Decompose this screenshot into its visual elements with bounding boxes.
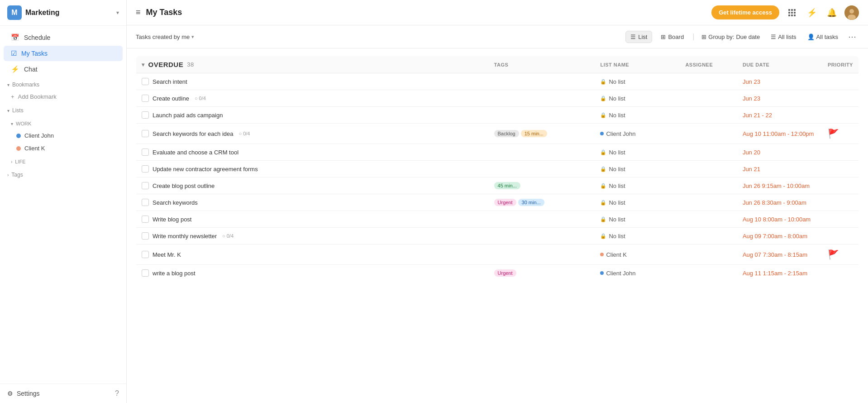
sidebar-item-chat[interactable]: ⚡ Chat: [4, 62, 123, 77]
sidebar-item-client-john[interactable]: Client John: [4, 130, 123, 142]
calendar-icon: 📅: [11, 34, 19, 42]
sidebar-item-label: Client K: [24, 145, 45, 152]
bell-icon[interactable]: 🔔: [825, 5, 839, 20]
user-avatar[interactable]: [844, 5, 859, 20]
task-checkbox[interactable]: [142, 269, 149, 277]
task-checkbox[interactable]: [142, 95, 149, 102]
task-table: ▾ Overdue 38 TAGS LIST NAME ASSIGNEE DUE…: [136, 56, 859, 282]
lists-section-header[interactable]: ▾ Lists: [0, 105, 126, 116]
list-icon: ☰: [630, 34, 636, 40]
work-section-header[interactable]: ▾ WORK: [0, 118, 126, 129]
sidebar-header[interactable]: M Marketing ▾: [0, 0, 126, 26]
due-date-value: Aug 11 1:15am - 2:15am: [743, 270, 807, 277]
chevron-down-icon: ▾: [7, 82, 10, 87]
settings-label: Settings: [17, 390, 40, 397]
tag-badge: 45 min...: [494, 182, 520, 189]
list-name-cell: 🔒No list: [595, 228, 680, 245]
all-lists-label: All lists: [778, 34, 796, 40]
task-name-label: Write blog post: [153, 216, 191, 223]
task-checkbox[interactable]: [142, 232, 149, 240]
header-right: Get lifetime access ⚡ 🔔: [711, 5, 859, 20]
add-bookmark-button[interactable]: + Add Bookmark: [0, 91, 126, 103]
sidebar-footer: ⚙ Settings ?: [0, 384, 126, 403]
priority-cell: [822, 194, 859, 211]
list-view-button[interactable]: ☰ List: [625, 31, 652, 43]
blue-dot-icon: [600, 271, 604, 275]
board-label: Board: [668, 34, 684, 40]
task-name-cell: Create outline ○ 0/4: [136, 90, 489, 107]
all-tasks-button[interactable]: 👤 All tasks: [804, 32, 842, 42]
lock-icon: 🔒: [600, 216, 606, 222]
tag-badge: Urgent: [494, 199, 516, 206]
svg-rect-7: [791, 14, 793, 16]
list-name-label: No list: [609, 233, 625, 240]
task-checkbox[interactable]: [142, 149, 149, 156]
workspace-logo: M: [7, 5, 22, 20]
tags-cell: Urgent30 min...: [489, 194, 595, 211]
list-name-label: No list: [609, 78, 625, 85]
life-section-header[interactable]: › LIFE: [0, 156, 126, 167]
pink-dot-icon: [16, 146, 21, 151]
section-chevron-icon[interactable]: ▾: [142, 62, 145, 68]
task-name-label: Create outline: [153, 95, 189, 102]
sidebar-item-my-tasks[interactable]: ☑ My Tasks: [4, 46, 123, 61]
apps-icon[interactable]: [785, 5, 799, 20]
due-date-value: Jun 23: [743, 78, 760, 85]
assignee-cell: [680, 90, 737, 107]
task-checkbox[interactable]: [142, 251, 149, 258]
hamburger-icon[interactable]: ≡: [136, 8, 141, 17]
due-date-value: Jun 26 9:15am - 10:00am: [743, 182, 810, 189]
due-date-value: Jun 23: [743, 95, 760, 102]
group-by-icon: ⊞: [701, 34, 706, 40]
svg-rect-4: [791, 12, 793, 14]
sidebar-item-client-k[interactable]: Client K: [4, 142, 123, 154]
list-name-label: No list: [609, 182, 625, 189]
svg-point-11: [848, 14, 856, 20]
task-checkbox[interactable]: [142, 182, 149, 189]
task-checkbox[interactable]: [142, 78, 149, 85]
task-checkbox[interactable]: [142, 165, 149, 173]
list-name-label: No list: [609, 166, 625, 173]
lock-icon: 🔒: [600, 233, 606, 239]
group-by-button[interactable]: ⊞ Group by: Due date: [698, 32, 763, 42]
tag-badge: 15 min...: [521, 130, 547, 137]
get-lifetime-access-button[interactable]: Get lifetime access: [711, 5, 779, 19]
list-name-cell: Client John: [595, 124, 680, 144]
section-count: 38: [187, 61, 194, 68]
assignee-cell: [680, 265, 737, 282]
tag-badge: Urgent: [494, 269, 516, 277]
due-date-value: Aug 10 11:00am - 12:00pm: [743, 130, 814, 137]
task-checkbox[interactable]: [142, 130, 149, 137]
svg-rect-2: [794, 9, 796, 11]
task-checkbox[interactable]: [142, 216, 149, 223]
help-icon[interactable]: ?: [115, 389, 119, 398]
tags-cell: [489, 161, 595, 178]
sidebar-item-schedule[interactable]: 📅 Schedule: [4, 30, 123, 45]
check-circle-icon: ○: [238, 131, 242, 136]
chevron-right-icon: ›: [7, 173, 9, 178]
table-row: Update new contractor agreement forms 🔒N…: [136, 161, 859, 178]
task-checkbox[interactable]: [142, 199, 149, 206]
more-options-button[interactable]: ⋯: [845, 30, 859, 43]
chevron-down-icon: ▾: [191, 34, 194, 40]
bolt-icon: ⚡: [11, 65, 19, 73]
tags-section-header[interactable]: › Tags: [0, 169, 126, 181]
settings-item[interactable]: ⚙ Settings: [7, 390, 40, 397]
due-date-value: Aug 09 7:00am - 8:00am: [743, 233, 807, 240]
blue-dot-icon: [600, 132, 604, 135]
table-row: Search intent 🔒No list Jun 23: [136, 73, 859, 90]
person-icon: 👤: [807, 34, 815, 40]
bolt-header-icon[interactable]: ⚡: [805, 5, 819, 20]
due-date-cell: Aug 11 1:15am - 2:15am: [737, 265, 822, 282]
list-name-label: Client K: [606, 251, 627, 258]
tasks-filter-button[interactable]: Tasks created by me ▾: [136, 34, 194, 40]
table-row: Meet Mr. K Client K Aug 07 7:30am - 8:15…: [136, 245, 859, 265]
task-name-cell: Write blog post: [136, 211, 489, 228]
task-checkbox[interactable]: [142, 111, 149, 119]
bookmarks-section-header[interactable]: ▾ Bookmarks: [0, 79, 126, 91]
all-lists-button[interactable]: ☰ All lists: [767, 32, 800, 42]
board-view-button[interactable]: ⊞ Board: [656, 31, 689, 43]
priority-flag-icon: 🚩: [828, 249, 839, 259]
th-tags: TAGS: [489, 56, 595, 73]
task-name-cell: Evaluate and choose a CRM tool: [136, 144, 489, 161]
